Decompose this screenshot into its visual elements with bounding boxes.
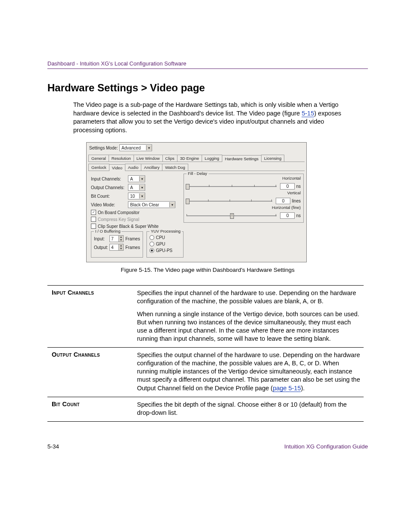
- footer-guide-title: Intuition XG Configuration Guide: [284, 443, 368, 450]
- yuv-cpu-label: CPU: [156, 235, 165, 240]
- chevron-down-icon: ▼: [139, 193, 145, 199]
- section-title: Hardware Settings > Video page: [47, 82, 368, 94]
- compress-key-label: Compress Key Signal: [98, 217, 139, 222]
- intro-text-pre: The Video page is a sub-page of the Hard…: [73, 101, 339, 117]
- chevron-down-icon: ▼: [169, 202, 175, 207]
- radio-icon: [149, 235, 154, 240]
- vertical-label: Vertical: [187, 190, 301, 195]
- page-footer: 5-34 Intuition XG Configuration Guide: [47, 443, 368, 450]
- row-name-output-channels: Output Channels: [47, 348, 137, 397]
- yuv-gpu-row[interactable]: GPU: [149, 242, 181, 246]
- yuv-gpups-row[interactable]: GPU-PS: [149, 248, 181, 253]
- page-header: Dashboard - Intuition XG's Local Configu…: [47, 60, 368, 69]
- fill-delay-group: Fill - Delay Horizontal 0 ns Vertical: [184, 174, 304, 223]
- row-name-bit-count: Bit Count: [47, 397, 137, 421]
- vertical-unit: lines: [292, 199, 301, 203]
- bit-count-label: Bit Count:: [91, 194, 128, 199]
- io-output-unit: Frames: [125, 245, 140, 250]
- subtab-audio[interactable]: Audio: [125, 164, 141, 171]
- output-channels-value: A: [130, 185, 133, 190]
- table-row: Input Channels Specifies the input chann…: [47, 286, 364, 348]
- main-tabs: General Resolution Live Window Clips 3D …: [87, 153, 306, 162]
- page-number: 5-34: [47, 443, 59, 450]
- tab-live-window[interactable]: Live Window: [134, 155, 163, 162]
- horizontal-value: 0: [280, 183, 295, 190]
- subtab-watch-dog[interactable]: Watch Dog: [162, 164, 188, 171]
- fill-delay-title: Fill - Delay: [187, 171, 209, 176]
- tab-clips[interactable]: Clips: [162, 155, 177, 162]
- yuv-gpu-label: GPU: [156, 242, 165, 246]
- subtab-ancillary[interactable]: Ancillary: [141, 164, 162, 171]
- horizontal-fine-label: Horizontal (fine): [187, 205, 301, 210]
- output-channels-desc: Specifies the output channel of the hard…: [137, 351, 361, 392]
- output-channels-dropdown[interactable]: A ▼: [128, 184, 145, 191]
- row-name-input-channels: Input Channels: [47, 286, 137, 347]
- input-channels-dropdown[interactable]: A ▼: [128, 175, 145, 182]
- slider-thumb-icon: [186, 184, 190, 190]
- bit-count-value: 10: [130, 194, 135, 199]
- io-buffering-group: I / O Buffering Input: 7 ▲▼ Frames Outpu…: [91, 231, 143, 258]
- horizontal-fine-unit: ns: [296, 213, 301, 218]
- input-channels-value: A: [130, 177, 133, 181]
- yuv-processing-group: YUV Processing CPU GPU GPU-PS: [146, 231, 184, 258]
- bit-count-dropdown[interactable]: 10 ▼: [128, 193, 145, 199]
- checkbox-icon: [91, 224, 96, 229]
- radio-icon: [149, 248, 154, 253]
- vertical-slider[interactable]: [187, 201, 272, 202]
- horizontal-fine-slider[interactable]: [187, 215, 277, 216]
- figure-caption: Figure 5-15. The Video page within Dashb…: [47, 267, 368, 273]
- yuv-gpups-label: GPU-PS: [156, 248, 172, 253]
- table-row: Bit Count Specifies the bit depth of the…: [47, 397, 364, 422]
- subtab-genlock[interactable]: Genlock: [88, 164, 109, 171]
- io-input-value: 7: [111, 236, 114, 241]
- io-output-label: Output:: [94, 245, 109, 250]
- tab-licensing[interactable]: Licensing: [261, 155, 284, 162]
- horizontal-unit: ns: [296, 184, 301, 189]
- tab-resolution[interactable]: Resolution: [109, 155, 134, 162]
- settings-mode-value: Advanced: [121, 146, 140, 150]
- video-page-screenshot: Settings Mode: Advanced ▼ General Resolu…: [86, 142, 307, 262]
- chevron-down-icon: ▼: [139, 185, 145, 190]
- input-channels-desc-2: When running a single instance of the Ve…: [137, 310, 361, 343]
- checkbox-icon: [91, 217, 96, 222]
- video-mode-value: Black On Clear: [130, 202, 159, 207]
- figure-xref[interactable]: 5-15: [302, 110, 314, 117]
- io-buffering-title: I / O Buffering: [94, 229, 121, 233]
- radio-icon: [149, 242, 154, 246]
- vertical-value: 0: [276, 198, 290, 204]
- tab-general[interactable]: General: [88, 155, 109, 162]
- io-input-unit: Frames: [125, 236, 140, 241]
- horizontal-label: Horizontal: [187, 176, 301, 180]
- subtab-video[interactable]: Video: [109, 164, 125, 171]
- onboard-compositor-row[interactable]: ✓ On Board Compositor: [91, 210, 184, 215]
- page-xref[interactable]: page 5-15: [273, 385, 301, 392]
- yuv-processing-title: YUV Processing: [149, 229, 182, 233]
- compress-key-row: Compress Key Signal: [91, 217, 184, 222]
- intro-paragraph: The Video page is a sub-page of the Hard…: [73, 101, 351, 134]
- output-channels-desc-post: ).: [301, 385, 305, 392]
- chevron-down-icon: ▼: [139, 176, 145, 181]
- tab-hardware-settings[interactable]: Hardware Settings: [222, 155, 262, 162]
- onboard-compositor-label: On Board Compositor: [98, 210, 140, 215]
- output-channels-label: Output Channels:: [91, 185, 128, 190]
- description-table: Input Channels Specifies the input chann…: [47, 285, 364, 422]
- horizontal-slider[interactable]: [187, 186, 277, 187]
- tab-logging[interactable]: Logging: [202, 155, 222, 162]
- io-output-value: 4: [111, 245, 114, 250]
- io-input-stepper[interactable]: 7 ▲▼: [109, 235, 124, 242]
- settings-mode-dropdown[interactable]: Advanced ▼: [119, 144, 152, 151]
- horizontal-fine-value: 0: [280, 212, 295, 219]
- clip-super-row[interactable]: Clip Super Black & Super White: [91, 224, 184, 229]
- video-mode-label: Video Mode:: [91, 202, 128, 207]
- settings-mode-label: Settings Mode:: [89, 146, 119, 150]
- video-mode-dropdown[interactable]: Black On Clear ▼: [128, 201, 175, 208]
- io-input-label: Input:: [94, 236, 109, 241]
- yuv-cpu-row[interactable]: CPU: [149, 235, 181, 240]
- input-channels-label: Input Channels:: [91, 177, 128, 181]
- clip-super-label: Clip Super Black & Super White: [98, 224, 159, 229]
- tab-3d-engine[interactable]: 3D Engine: [177, 155, 202, 162]
- sub-tabs: Genlock Video Audio Ancillary Watch Dog: [87, 162, 306, 171]
- io-output-stepper[interactable]: 4 ▲▼: [109, 244, 124, 251]
- bit-count-desc: Specifies the bit depth of the signal. C…: [137, 401, 361, 417]
- checkbox-icon: ✓: [91, 210, 96, 215]
